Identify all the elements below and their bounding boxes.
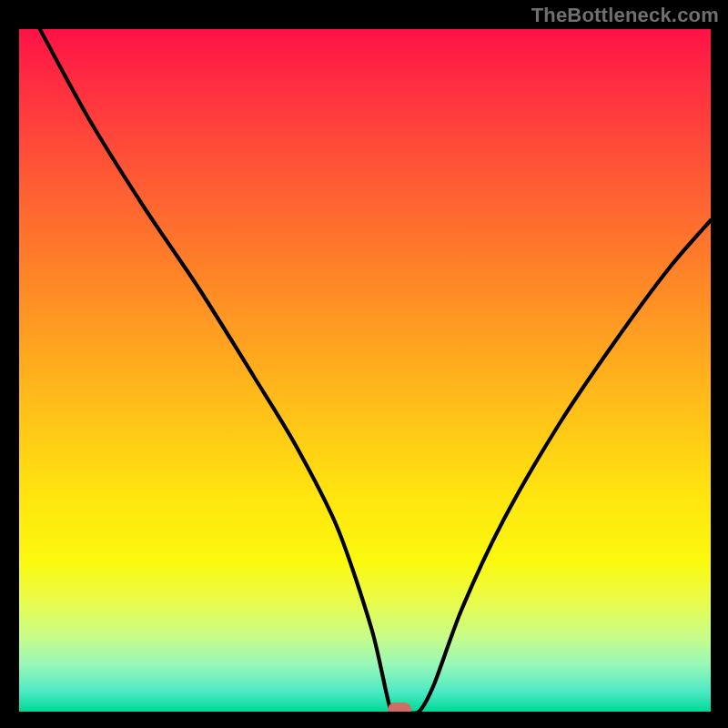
bottleneck-curve	[19, 29, 711, 712]
plot-area	[19, 29, 711, 712]
attribution-label: TheBottleneck.com	[531, 4, 719, 27]
optimal-marker	[388, 703, 411, 712]
chart-frame: TheBottleneck.com	[0, 0, 728, 728]
